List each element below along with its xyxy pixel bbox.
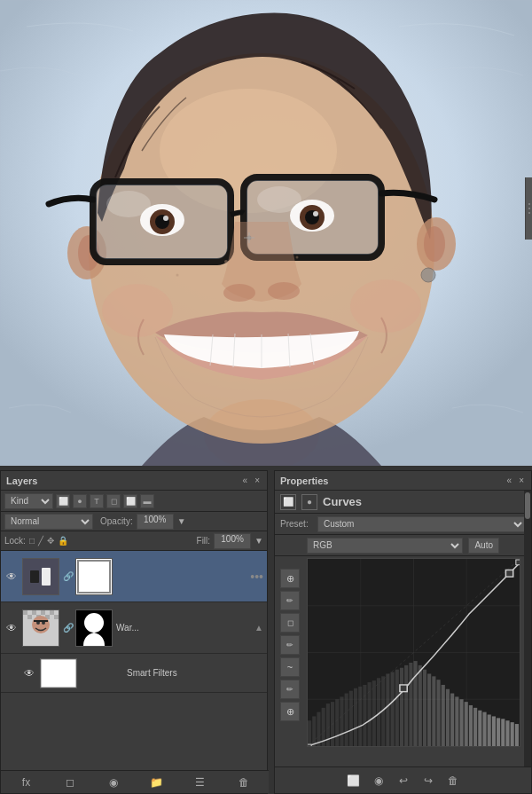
- svg-rect-46: [50, 610, 54, 615]
- curves-view-icon1[interactable]: ⬜: [280, 494, 296, 510]
- svg-rect-93: [436, 680, 440, 746]
- svg-rect-98: [459, 699, 463, 746]
- opacity-value[interactable]: 100%: [137, 514, 174, 530]
- curves-scrollbar-thumb[interactable]: [525, 492, 530, 519]
- svg-rect-94: [442, 685, 445, 746]
- svg-point-23: [223, 284, 255, 302]
- layers-panel-controls: « ×: [241, 476, 262, 485]
- layer-visibility-toggle[interactable]: 👁: [4, 621, 19, 635]
- curves-close-button[interactable]: ×: [517, 476, 526, 485]
- target-tool[interactable]: ⊕: [280, 702, 300, 721]
- eyedropper-gray-tool[interactable]: ◻: [280, 613, 300, 633]
- layer-link-icon: 🔗: [63, 571, 72, 581]
- layers-panel: Layers « × Kind ⬜ ● T ◻ ⬜ ▬ Normal Opaci…: [0, 470, 268, 794]
- filter-extra-icon[interactable]: ▬: [140, 494, 154, 508]
- lock-all-icon[interactable]: 🔒: [58, 536, 68, 546]
- svg-rect-99: [465, 702, 468, 746]
- opacity-arrow[interactable]: ▼: [177, 516, 186, 526]
- layer-mask-thumbnail: [75, 558, 113, 595]
- kind-select[interactable]: Kind: [4, 493, 53, 509]
- layer-visibility-toggle[interactable]: 👁: [22, 666, 36, 680]
- fill-label: Fill:: [197, 536, 211, 546]
- lock-label: Lock:: [4, 536, 26, 546]
- curves-bottom-toolbar: ⬜ ◉ ↩ ↪ 🗑: [275, 766, 531, 793]
- new-fill-button[interactable]: ◉: [105, 774, 122, 791]
- layer-mask-thumbnail: [75, 609, 113, 647]
- lock-transparent-icon[interactable]: □: [29, 536, 35, 546]
- svg-rect-41: [78, 561, 110, 593]
- add-mask-button[interactable]: ◻: [61, 774, 79, 791]
- layers-collapse-button[interactable]: «: [241, 476, 250, 485]
- svg-rect-87: [409, 663, 412, 746]
- svg-rect-82: [386, 673, 389, 746]
- svg-rect-72: [340, 696, 343, 746]
- curves-title: Curves: [323, 495, 362, 508]
- add-style-button[interactable]: fx: [18, 774, 35, 791]
- curves-view-toggle[interactable]: ⬜: [345, 772, 363, 790]
- filter-pixel-icon[interactable]: ⬜: [56, 494, 70, 508]
- layers-filter-toolbar: Kind ⬜ ● T ◻ ⬜ ▬: [1, 491, 267, 512]
- layer-name: War...: [116, 623, 251, 633]
- svg-point-33: [421, 268, 435, 282]
- svg-rect-115: [516, 560, 520, 565]
- blend-mode-select[interactable]: Normal: [4, 514, 93, 530]
- curves-delete-button[interactable]: 🗑: [444, 772, 462, 790]
- fill-value[interactable]: 100%: [214, 533, 251, 549]
- delete-layer-button[interactable]: 🗑: [235, 774, 253, 791]
- new-layer-button[interactable]: ☰: [192, 774, 209, 791]
- svg-rect-45: [41, 610, 45, 615]
- curves-redo-button[interactable]: ↪: [419, 772, 437, 790]
- svg-point-36: [176, 274, 179, 277]
- filter-shape-icon[interactable]: ◻: [106, 494, 121, 508]
- layer-row[interactable]: 👁 🔗 •••: [1, 551, 267, 602]
- svg-rect-90: [423, 670, 426, 746]
- auto-button[interactable]: Auto: [468, 538, 499, 554]
- svg-rect-43: [23, 610, 27, 615]
- svg-rect-44: [32, 610, 36, 615]
- svg-rect-77: [363, 685, 366, 746]
- preset-select[interactable]: Custom Default Strong Contrast Linear Co…: [317, 516, 526, 532]
- svg-rect-109: [511, 722, 514, 746]
- layer-visibility-toggle[interactable]: 👁: [4, 570, 19, 584]
- smooth-tool[interactable]: ~: [280, 657, 300, 677]
- filter-smart-icon[interactable]: ⬜: [123, 494, 137, 508]
- fill-arrow[interactable]: ▼: [254, 536, 263, 546]
- filter-text-icon[interactable]: T: [90, 494, 104, 508]
- layers-close-button[interactable]: ×: [253, 476, 262, 485]
- eyedropper-point-tool[interactable]: ⊕: [280, 569, 300, 588]
- layer-row[interactable]: 👁: [1, 602, 267, 654]
- photo-canvas: [0, 0, 532, 466]
- svg-point-32: [350, 279, 421, 333]
- curves-scrollbar[interactable]: [524, 491, 531, 766]
- layer-expand-arrow[interactable]: ▲: [254, 623, 263, 633]
- curves-graph-container: [307, 558, 520, 747]
- resize-handle-right[interactable]: [525, 177, 532, 240]
- channel-row: RGB Red Green Blue Auto: [275, 535, 531, 556]
- blend-opacity-row: Normal Opacity: 100% ▼: [1, 512, 267, 531]
- svg-point-22: [313, 211, 318, 216]
- lock-move-icon[interactable]: ✥: [47, 536, 54, 546]
- layer-more-button[interactable]: •••: [250, 570, 263, 584]
- layer-row[interactable]: 👁 Smart Filters: [1, 654, 267, 693]
- eyedropper-black-tool[interactable]: ✏: [280, 591, 300, 610]
- lock-image-icon[interactable]: ╱: [38, 536, 43, 546]
- pencil-tool[interactable]: ✏: [280, 680, 300, 699]
- channel-select[interactable]: RGB Red Green Blue: [307, 538, 463, 554]
- svg-point-31: [102, 284, 173, 337]
- svg-point-24: [268, 282, 300, 300]
- curves-collapse-button[interactable]: «: [505, 476, 514, 485]
- curves-view-icon2[interactable]: ●: [301, 494, 317, 510]
- curves-undo-button[interactable]: ↩: [395, 772, 412, 790]
- svg-rect-103: [482, 712, 486, 746]
- curves-clip-toggle[interactable]: ◉: [370, 772, 387, 790]
- curves-title-row: ⬜ ● Curves: [275, 491, 531, 514]
- eyedropper-white-tool[interactable]: ✏: [280, 635, 300, 655]
- curves-graph[interactable]: [307, 558, 520, 747]
- layers-panel-title: Layers: [6, 476, 37, 486]
- svg-rect-92: [432, 676, 435, 746]
- new-group-button[interactable]: 📁: [148, 774, 166, 791]
- preset-label: Preset:: [280, 519, 312, 529]
- curves-panel-header: Properties « ×: [275, 471, 531, 491]
- filter-adjustment-icon[interactable]: ●: [73, 494, 87, 508]
- photo-image: [0, 0, 532, 466]
